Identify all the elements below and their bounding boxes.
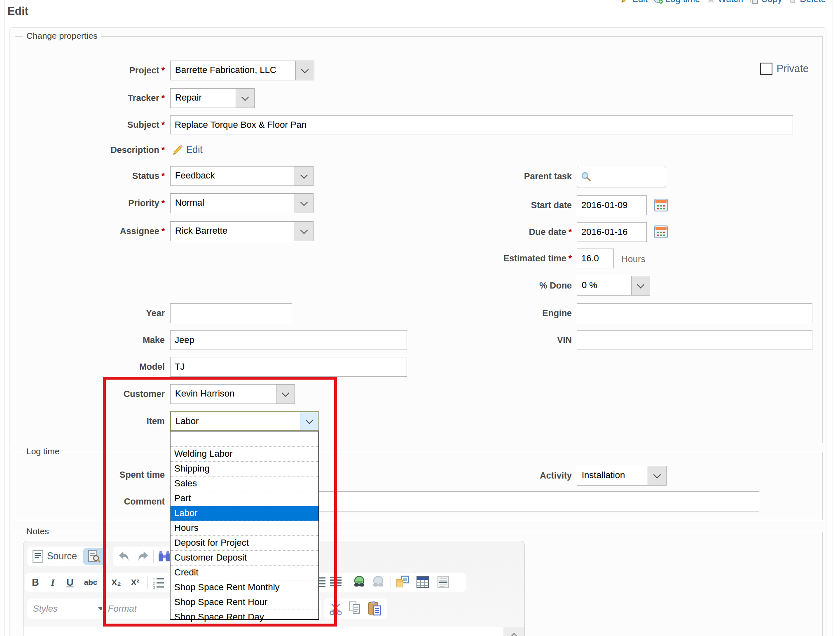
percent-done-label: % Done — [417, 276, 572, 296]
watch-action-label: Watch — [718, 0, 744, 5]
chevron-down-icon[interactable] — [295, 61, 314, 80]
styles-dropdown-label: Styles — [33, 603, 58, 614]
required-asterisk: * — [159, 66, 165, 75]
model-label: Model — [0, 357, 165, 377]
tracker-label: Tracker* — [0, 88, 165, 108]
parent-task-label: Parent task — [417, 166, 572, 187]
year-input[interactable] — [170, 303, 292, 323]
underline-button[interactable]: U — [62, 573, 78, 592]
source-document-icon — [31, 550, 44, 563]
editor-content-area[interactable] — [23, 627, 503, 636]
notes-legend: Notes — [23, 526, 53, 536]
toolbar-separator — [391, 576, 391, 589]
private-checkbox[interactable] — [760, 63, 772, 75]
estimated-time-input[interactable] — [577, 249, 614, 268]
percent-done-select-value: 0 % — [577, 276, 631, 295]
estimated-time-label: Estimated time* — [417, 249, 572, 268]
start-date-input[interactable] — [577, 195, 647, 215]
copy-action-label: Copy — [761, 0, 782, 5]
tracker-select[interactable]: Repair — [170, 88, 255, 108]
preview-icon — [87, 550, 101, 563]
calendar-icon[interactable] — [654, 225, 668, 239]
content-right-border — [833, 0, 833, 636]
due-date-input[interactable] — [577, 222, 647, 242]
table-icon[interactable] — [416, 575, 429, 589]
copy-pages-icon[interactable] — [348, 601, 363, 616]
chevron-down-icon[interactable] — [648, 466, 666, 485]
parent-task-input[interactable] — [577, 166, 666, 188]
copy-action[interactable]: Copy — [749, 0, 782, 5]
priority-label: Priority* — [0, 193, 165, 213]
engine-input[interactable] — [577, 303, 812, 323]
log-time-action-label: Log time — [665, 0, 700, 5]
activity-label: Activity — [417, 466, 572, 486]
status-select[interactable]: Feedback — [170, 166, 314, 186]
copy-icon — [749, 0, 759, 4]
contextual-actions: Edit Log time Watch Copy Delete — [620, 0, 826, 5]
preview-button[interactable] — [83, 548, 105, 565]
priority-select-value: Normal — [171, 194, 295, 213]
calendar-icon[interactable] — [654, 198, 668, 212]
status-select-value: Feedback — [171, 167, 295, 185]
priority-select[interactable]: Normal — [170, 193, 314, 213]
percent-done-select[interactable]: 0 % — [577, 276, 650, 296]
assignee-label: Assignee* — [0, 221, 165, 241]
change-properties-legend: Change properties — [23, 31, 101, 41]
log-time-action[interactable]: Log time — [653, 0, 700, 5]
required-asterisk: * — [159, 226, 165, 236]
description-edit-link[interactable]: Edit — [186, 144, 203, 155]
estimated-time-suffix: Hours — [621, 254, 646, 265]
vin-input[interactable] — [577, 330, 812, 350]
project-select[interactable]: Barrette Fabrication, LLC — [170, 61, 314, 80]
search-icon — [581, 171, 592, 182]
paste-clipboard-icon[interactable] — [367, 601, 382, 616]
make-label: Make — [0, 330, 165, 350]
unlink-icon[interactable] — [372, 575, 385, 589]
required-asterisk: * — [159, 145, 165, 155]
delete-action-label: Delete — [800, 0, 826, 5]
status-label: Status* — [0, 166, 165, 186]
chevron-down-icon[interactable] — [631, 276, 650, 295]
image-icon[interactable] — [395, 575, 410, 589]
chevron-down-icon[interactable] — [295, 194, 313, 213]
required-asterisk: * — [566, 227, 572, 237]
due-date-label: Due date* — [417, 222, 572, 242]
activity-select-value: Installation — [577, 466, 648, 485]
required-asterisk: * — [566, 253, 572, 263]
horizontal-rule-icon[interactable] — [437, 575, 450, 589]
italic-button[interactable]: I — [44, 573, 61, 592]
start-date-label: Start date — [417, 195, 572, 215]
toolbar-collapse-button[interactable] — [503, 627, 524, 636]
clock-plus-icon — [653, 0, 663, 4]
subject-label: Subject* — [0, 115, 165, 134]
page-title: Edit — [7, 5, 28, 18]
watch-action[interactable]: Watch — [706, 0, 744, 5]
link-icon[interactable] — [353, 575, 366, 589]
bold-button[interactable]: B — [27, 573, 44, 592]
required-asterisk: * — [159, 120, 165, 130]
chevron-down-icon[interactable] — [295, 167, 313, 185]
chevron-down-icon[interactable] — [236, 89, 254, 108]
delete-action[interactable]: Delete — [788, 0, 826, 5]
chevron-down-icon[interactable] — [295, 222, 313, 241]
pencil-icon — [171, 144, 183, 156]
year-label: Year — [0, 303, 165, 323]
subject-input[interactable] — [170, 115, 793, 134]
model-input[interactable] — [170, 357, 407, 377]
edit-action-label: Edit — [632, 0, 648, 5]
log-time-legend: Log time — [23, 446, 63, 456]
styles-dropdown[interactable]: Styles — [27, 598, 110, 619]
make-input[interactable] — [170, 330, 407, 350]
required-asterisk: * — [159, 171, 165, 181]
annotation-highlight-box — [103, 377, 337, 627]
star-icon — [706, 0, 716, 4]
source-button[interactable]: Source — [47, 551, 77, 562]
strikethrough-button[interactable]: abc — [81, 573, 101, 592]
required-asterisk: * — [159, 198, 165, 208]
assignee-select-value: Rick Barrette — [171, 222, 295, 241]
trash-icon — [788, 0, 798, 4]
activity-select[interactable]: Installation — [577, 466, 667, 486]
assignee-select[interactable]: Rick Barrette — [170, 221, 314, 241]
edit-action[interactable]: Edit — [620, 0, 648, 5]
engine-label: Engine — [417, 303, 572, 323]
